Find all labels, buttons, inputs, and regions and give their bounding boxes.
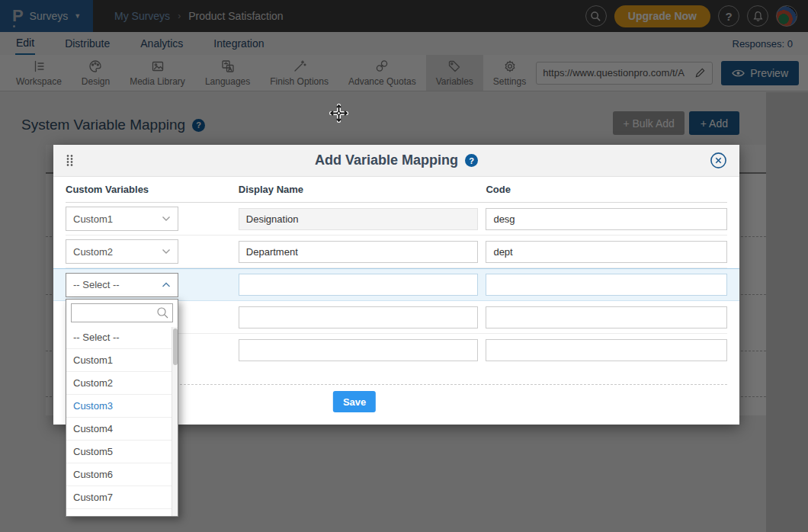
code-input-4[interactable]	[486, 306, 727, 328]
save-button[interactable]: Save	[333, 391, 376, 412]
chevron-up-icon	[162, 282, 171, 288]
drag-dots-icon	[66, 154, 74, 167]
variable-select-2[interactable]: Custom2	[66, 239, 178, 264]
display-name-input-5[interactable]	[239, 339, 479, 361]
column-header-display-name: Display Name	[239, 184, 479, 195]
dropdown-option-highlighted[interactable]: Custom3	[66, 395, 178, 418]
dropdown-option[interactable]: Custom4	[66, 418, 178, 441]
display-name-input-4[interactable]	[239, 306, 479, 328]
dropdown-scrollbar	[172, 327, 178, 516]
display-name-input-1[interactable]	[239, 208, 479, 230]
modal-close-button[interactable]	[710, 152, 727, 169]
modal-header: Add Variable Mapping ?	[53, 145, 739, 177]
dropdown-search-box	[71, 303, 173, 322]
variable-select-1[interactable]: Custom1	[66, 207, 178, 231]
column-header-code: Code	[486, 184, 727, 195]
drag-handle[interactable]	[66, 154, 74, 167]
code-input-2[interactable]	[486, 241, 727, 263]
dropdown-option[interactable]: -- Select --	[66, 326, 178, 349]
dropdown-scrollbar-thumb[interactable]	[173, 328, 178, 365]
dropdown-option[interactable]: Custom6	[66, 463, 178, 486]
chevron-down-icon	[162, 248, 171, 255]
app-window: P Surveys ▼ My Surveys › Product Satisfa…	[0, 0, 808, 532]
dropdown-option[interactable]: Custom5	[66, 441, 178, 463]
dropdown-option[interactable]: Custom1	[66, 349, 178, 372]
variable-select-3-open[interactable]: -- Select --	[66, 273, 178, 297]
table-row: Custom1	[66, 203, 727, 236]
display-name-input-2[interactable]	[239, 241, 479, 263]
table-header-row: Custom Variables Display Name Code	[66, 177, 727, 203]
table-row: Custom2	[66, 236, 727, 268]
table-row-active: -- Select --	[53, 268, 739, 301]
display-name-input-3[interactable]	[239, 274, 479, 296]
dropdown-options-list: -- Select -- Custom1 Custom2 Custom3 Cus…	[66, 326, 178, 509]
column-header-custom-variables: Custom Variables	[66, 184, 178, 195]
chevron-down-icon	[162, 216, 171, 222]
dropdown-option[interactable]: Custom7	[66, 486, 178, 509]
code-input-3[interactable]	[486, 274, 727, 296]
variable-dropdown-panel: -- Select -- Custom1 Custom2 Custom3 Cus…	[66, 299, 178, 517]
search-icon	[156, 306, 169, 319]
dropdown-option[interactable]: Custom2	[66, 372, 178, 395]
code-input-5[interactable]	[486, 339, 727, 361]
code-input-1[interactable]	[486, 208, 727, 230]
modal-title: Add Variable Mapping	[315, 152, 458, 168]
modal-help-icon[interactable]: ?	[465, 154, 478, 167]
close-icon	[710, 152, 727, 169]
